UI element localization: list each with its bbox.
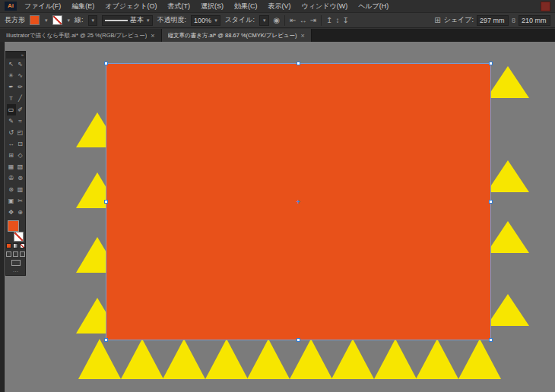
menu-item[interactable]: オブジェクト(O) [105, 2, 157, 11]
shape-width-field[interactable]: 297 mm [477, 15, 509, 26]
pen-tool[interactable]: ✒ [7, 81, 16, 93]
symbol-sprayer-tool[interactable]: ⊛ [7, 184, 16, 195]
yellow-triangle[interactable] [163, 339, 205, 379]
yellow-triangle[interactable] [205, 339, 248, 379]
curvature-tool[interactable]: ✏ [16, 81, 25, 93]
yellow-triangle[interactable] [416, 339, 458, 379]
align-middle-icon[interactable]: ↕ [335, 15, 339, 26]
yellow-triangle[interactable] [290, 339, 332, 379]
shaper-tool[interactable]: ≈ [16, 115, 25, 127]
mesh-tool[interactable]: ▦ [7, 161, 16, 172]
yellow-triangle[interactable] [487, 221, 529, 253]
selection-handle[interactable] [489, 338, 493, 342]
lasso-tool[interactable]: ∿ [16, 70, 25, 81]
yellow-triangle[interactable] [487, 160, 529, 192]
canvas-area[interactable]: + » ↖⇖✳∿✒✏T╱▭✐✎≈↺◰↔⊡⊞◇▦▧✇⊚⊛▥▣✂✥⊕ [0, 42, 555, 392]
draw-behind-icon[interactable] [13, 251, 18, 257]
selection-handle[interactable] [489, 200, 493, 204]
yellow-triangle[interactable] [487, 294, 529, 326]
yellow-triangle[interactable] [374, 339, 417, 379]
stroke-indicator[interactable] [14, 232, 24, 242]
align-top-icon[interactable]: ↥ [326, 15, 332, 26]
dock-panel-icon[interactable] [541, 2, 550, 11]
constrain-proportions-icon[interactable]: 8 [512, 17, 515, 24]
menu-item[interactable]: 書式(T) [168, 2, 191, 11]
draw-inside-icon[interactable] [20, 251, 25, 257]
align-left-icon[interactable]: ⇤ [290, 15, 296, 26]
blend-tool[interactable]: ⊚ [16, 172, 25, 184]
type-tool[interactable]: T [7, 93, 16, 104]
document-tab[interactable]: Illustratorで描くなら手順.ai* @ 25 %(RGB/プレビュー)… [0, 29, 162, 42]
rectangle-tool[interactable]: ▭ [7, 104, 16, 115]
free-transform-tool[interactable]: ⊡ [16, 138, 25, 150]
menu-item[interactable]: 効果(C) [234, 2, 258, 11]
width-tool[interactable]: ↔ [7, 138, 16, 150]
panel-collapse-icon[interactable]: » [6, 52, 25, 58]
document-tab-label: Illustratorで描くなら手順.ai* @ 25 %(RGB/プレビュー) [6, 32, 147, 40]
stroke-weight-combo[interactable]: ▾ [88, 15, 98, 26]
color-button[interactable] [6, 243, 11, 248]
selection-handle[interactable] [104, 200, 108, 204]
yellow-triangle[interactable] [458, 339, 501, 379]
menu-item[interactable]: 選択(S) [201, 2, 224, 11]
menu-item[interactable]: 編集(E) [71, 2, 94, 11]
close-tab-icon[interactable]: × [151, 32, 154, 40]
magic-wand-tool[interactable]: ✳ [7, 70, 16, 81]
perspective-grid-tool[interactable]: ◇ [16, 150, 25, 161]
selection-tool[interactable]: ↖ [7, 58, 16, 70]
scale-tool[interactable]: ◰ [16, 127, 25, 138]
app-logo-icon[interactable]: Ai [5, 2, 17, 11]
column-graph-tool[interactable]: ▥ [16, 184, 25, 195]
pencil-tool[interactable]: ✎ [7, 115, 16, 127]
artboard-tool[interactable]: ▣ [7, 195, 16, 207]
align-center-icon[interactable]: ↔ [300, 15, 307, 26]
yellow-triangle[interactable] [331, 339, 374, 379]
recolor-artwork-icon[interactable]: ◉ [274, 15, 281, 26]
stroke-style-combo[interactable]: 基本 ▾ [102, 15, 153, 26]
draw-normal-icon[interactable] [6, 251, 11, 257]
fill-color-swatch[interactable] [30, 15, 40, 25]
stroke-color-swatch[interactable] [52, 15, 62, 25]
selection-handle[interactable] [104, 338, 108, 342]
zoom-tool[interactable]: ⊕ [16, 207, 25, 218]
menu-item[interactable]: ヘルプ(H) [358, 2, 388, 11]
rotate-tool[interactable]: ↺ [7, 127, 16, 138]
line-segment-tool[interactable]: ╱ [16, 93, 25, 104]
yellow-triangle[interactable] [121, 339, 163, 379]
shape-height-field[interactable]: 210 mm [519, 15, 550, 26]
menu-item[interactable]: ウィンドウ(W) [302, 2, 348, 11]
style-combo[interactable]: ▾ [259, 15, 269, 26]
center-point[interactable]: + [297, 198, 300, 206]
document-tab[interactable]: 縦文章の書き方.ai* @ 88.67 %(CMYK/プレビュー) × [162, 29, 312, 42]
selected-rectangle[interactable]: + [106, 64, 490, 340]
selection-handle[interactable] [104, 62, 108, 65]
reference-point-icon[interactable]: ⊞ [434, 15, 440, 26]
yellow-triangle[interactable] [78, 339, 121, 379]
shape-builder-tool[interactable]: ⊞ [7, 150, 16, 161]
selection-handle[interactable] [489, 62, 493, 65]
slice-tool[interactable]: ✂ [16, 195, 25, 207]
stroke-dropdown-icon[interactable]: ▾ [68, 17, 71, 24]
edit-toolbar-icon[interactable]: … [6, 267, 25, 275]
screen-mode-button[interactable] [11, 260, 21, 266]
none-button[interactable] [20, 243, 25, 248]
gradient-tool[interactable]: ▧ [16, 161, 25, 172]
align-bottom-icon[interactable]: ↧ [342, 15, 348, 26]
selection-handle[interactable] [297, 338, 300, 342]
menu-item[interactable]: ファイル(F) [24, 2, 61, 11]
gradient-button[interactable] [13, 243, 18, 248]
opacity-combo[interactable]: 100% ▾ [191, 15, 220, 26]
yellow-triangle[interactable] [487, 66, 529, 98]
yellow-triangle[interactable] [247, 339, 290, 379]
menu-item[interactable]: 表示(V) [268, 2, 291, 11]
selection-handle[interactable] [297, 62, 300, 65]
align-right-icon[interactable]: ⇥ [310, 15, 316, 26]
direct-selection-tool[interactable]: ⇖ [16, 58, 25, 70]
fill-dropdown-icon[interactable]: ▾ [45, 17, 48, 24]
paintbrush-tool[interactable]: ✐ [16, 104, 25, 115]
fill-indicator[interactable] [8, 220, 19, 232]
document-tab-bar: Illustratorで描くなら手順.ai* @ 25 %(RGB/プレビュー)… [0, 29, 555, 42]
hand-tool[interactable]: ✥ [7, 207, 16, 218]
eyedropper-tool[interactable]: ✇ [7, 172, 16, 184]
close-tab-icon[interactable]: × [301, 32, 305, 40]
